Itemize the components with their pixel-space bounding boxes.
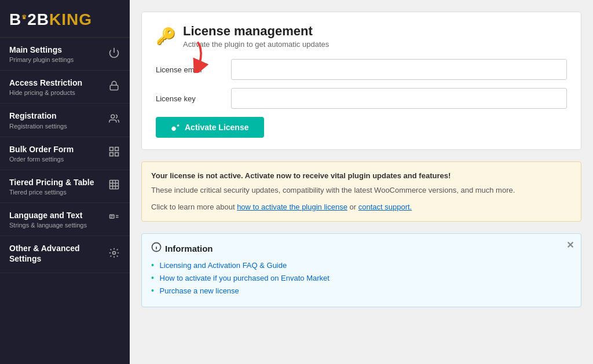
sidebar-item-bulk-order-form[interactable]: Bulk Order Form Order form settings (0, 137, 130, 170)
license-email-input[interactable] (231, 59, 567, 80)
warning-link-prefix: Click to learn more about (151, 203, 237, 211)
list-item: How to activate if you purchased on Enva… (151, 273, 572, 282)
sidebar-logo: B♛2BKING (0, 0, 130, 38)
warning-box: Your license is not active. Activate now… (141, 161, 581, 222)
contact-support-link[interactable]: contact support. (358, 203, 412, 211)
nav-item-sub-access-restriction: Hide pricing & products (9, 89, 103, 96)
license-header: 🔑 License management Activate the plugin… (156, 24, 567, 49)
nav-item-title-other-advanced: Other & Advanced Settings (9, 243, 103, 264)
svg-rect-0 (110, 85, 118, 90)
license-email-row: License email (156, 59, 567, 80)
warning-body-text: These include critical security updates,… (151, 185, 572, 197)
key-icon: 🔑 (156, 27, 176, 46)
users-icon (108, 113, 120, 127)
license-key-row: License key (156, 88, 567, 109)
gear-icon (108, 247, 120, 262)
svg-point-1 (111, 115, 115, 118)
lock-icon (108, 80, 120, 94)
svg-point-12 (113, 251, 116, 254)
sidebar-item-main-settings[interactable]: Main Settings Primary plugin settings (0, 38, 130, 71)
activate-plugin-license-link[interactable]: how to activate the plugin license (237, 203, 347, 211)
language-icon (108, 213, 120, 226)
sidebar-item-access-restriction[interactable]: Access Restriction Hide pricing & produc… (0, 71, 130, 104)
sidebar-nav: Main Settings Primary plugin settings Ac… (0, 38, 130, 364)
main-content: 🔑 License management Activate the plugin… (130, 0, 593, 364)
license-title: License management (183, 24, 329, 39)
logo: B♛2BKING (9, 10, 92, 29)
svg-rect-6 (110, 181, 119, 189)
license-management-card: 🔑 License management Activate the plugin… (141, 12, 581, 150)
nav-item-title-language: Language and Text (9, 210, 103, 220)
sidebar: B♛2BKING Main Settings Primary plugin se… (0, 0, 130, 364)
nav-item-title-registration: Registration (9, 111, 103, 121)
nav-item-sub-bulk-order: Order form settings (9, 156, 103, 163)
envato-market-link[interactable]: How to activate if you purchased on Enva… (160, 274, 330, 282)
activate-license-button[interactable]: Activate License (156, 117, 264, 138)
info-box-title: Information (165, 244, 213, 253)
power-icon (108, 47, 120, 61)
info-circle-icon (151, 242, 162, 255)
nav-item-title-access-restriction: Access Restriction (9, 78, 103, 88)
key-btn-icon (171, 123, 180, 132)
sidebar-item-language-text[interactable]: Language and Text Strings & language set… (0, 203, 130, 236)
nav-item-sub-registration: Registration settings (9, 123, 103, 130)
nav-item-sub-main-settings: Primary plugin settings (9, 56, 103, 63)
sidebar-item-registration[interactable]: Registration Registration settings (0, 104, 130, 137)
warning-bold-text: Your license is not active. Activate now… (151, 171, 451, 180)
list-item: Purchase a new license (151, 286, 572, 295)
warning-link-mid: or (347, 203, 358, 211)
nav-item-sub-tiered-pricing: Tiered price settings (9, 189, 103, 196)
sidebar-item-tiered-pricing[interactable]: Tiered Pricing & Table Tiered price sett… (0, 170, 130, 203)
svg-rect-5 (110, 153, 114, 156)
nav-item-title-main-settings: Main Settings (9, 45, 103, 55)
red-arrow-indicator (186, 41, 209, 75)
info-close-button[interactable]: ✕ (566, 240, 574, 251)
grid-icon (108, 146, 120, 160)
table-icon (108, 179, 120, 193)
svg-rect-2 (110, 148, 114, 151)
svg-rect-3 (115, 148, 119, 151)
activate-license-label: Activate License (185, 123, 249, 132)
svg-rect-4 (115, 153, 119, 156)
info-box-list: Licensing and Activation FAQ & Guide How… (151, 260, 572, 295)
purchase-license-link[interactable]: Purchase a new license (160, 286, 239, 295)
list-item: Licensing and Activation FAQ & Guide (151, 260, 572, 270)
nav-item-title-bulk-order: Bulk Order Form (9, 144, 103, 155)
license-key-label: License key (156, 94, 231, 103)
nav-item-title-tiered-pricing: Tiered Pricing & Table (9, 177, 103, 187)
sidebar-item-other-advanced[interactable]: Other & Advanced Settings (0, 236, 130, 273)
faq-guide-link[interactable]: Licensing and Activation FAQ & Guide (160, 261, 287, 270)
license-key-input[interactable] (231, 88, 567, 109)
nav-item-sub-language: Strings & language settings (9, 222, 103, 229)
info-box: Information ✕ Licensing and Activation F… (141, 233, 581, 307)
